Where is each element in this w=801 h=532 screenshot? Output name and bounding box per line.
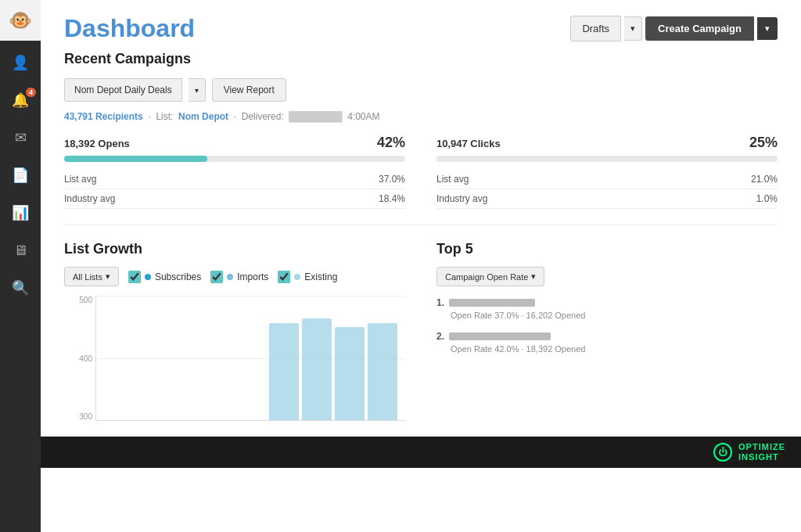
opens-progress-fill bbox=[64, 156, 207, 162]
y-label-400: 400 bbox=[67, 354, 92, 363]
top5-name-bar-1 bbox=[449, 299, 535, 307]
campaign-name-button[interactable]: Nom Depot Daily Deals bbox=[64, 78, 182, 102]
chart-y-labels: 500 400 300 bbox=[67, 296, 92, 421]
recent-campaigns-title: Recent Campaigns bbox=[64, 51, 778, 67]
stats-grid: 18,392 Opens 42% List avg 37.0% Industry… bbox=[64, 135, 778, 209]
opens-percent: 42% bbox=[377, 135, 405, 151]
top5-meta-2: Open Rate 42.0% · 18,392 Opened bbox=[451, 344, 778, 354]
search-icon: 🔍 bbox=[12, 279, 29, 297]
top5-meta-1: Open Rate 37.0% · 16,202 Opened bbox=[451, 311, 778, 320]
footer-brand: ⏻ OPTIMIZEINSIGHT bbox=[41, 437, 801, 468]
clicks-industry-avg-label: Industry avg bbox=[436, 193, 487, 204]
list-label: List: bbox=[156, 111, 173, 122]
opens-progress-bg bbox=[64, 156, 405, 162]
drafts-dropdown-arrow[interactable]: ▾ bbox=[624, 16, 642, 41]
sidebar-logo[interactable]: 🐵 bbox=[0, 0, 41, 41]
opens-stat-block: 18,392 Opens 42% List avg 37.0% Industry… bbox=[64, 135, 405, 209]
view-report-button[interactable]: View Report bbox=[212, 78, 286, 102]
opens-industry-avg-value: 18.4% bbox=[379, 193, 405, 204]
top5-num-2: 2. bbox=[436, 331, 444, 342]
header: Dashboard Drafts ▾ Create Campaign ▾ bbox=[41, 0, 801, 51]
legend-imports[interactable]: Imports bbox=[210, 271, 268, 283]
clicks-list-avg-value: 21.0% bbox=[751, 174, 778, 185]
opens-label: 18,392 Opens bbox=[64, 138, 130, 149]
top5-item-1: 1. Open Rate 37.0% · 16,202 Opened bbox=[436, 297, 778, 320]
content-area: Recent Campaigns Nom Depot Daily Deals ▾… bbox=[41, 51, 801, 437]
sidebar-item-inbox[interactable]: ✉ bbox=[0, 119, 41, 156]
bar-4 bbox=[368, 323, 397, 420]
bar-1 bbox=[269, 323, 299, 420]
bottom-grid: List Growth All Lists ▾ Subscribes I bbox=[64, 241, 778, 421]
opens-stat-header: 18,392 Opens 42% bbox=[64, 135, 405, 151]
monitor-icon: 🖥 bbox=[13, 243, 27, 259]
list-name-link[interactable]: Nom Depot bbox=[178, 111, 228, 122]
clicks-stat-header: 10,947 Clicks 25% bbox=[436, 135, 778, 151]
recipients-link[interactable]: 43,791 Recipients bbox=[64, 111, 143, 122]
campaign-meta: 43,791 Recipients · List: Nom Depot · De… bbox=[64, 111, 778, 122]
drafts-button[interactable]: Drafts bbox=[570, 16, 621, 41]
existing-checkbox[interactable] bbox=[278, 271, 290, 283]
mailchimp-logo-icon: 🐵 bbox=[9, 9, 32, 31]
opens-industry-avg-row: Industry avg 18.4% bbox=[64, 189, 405, 209]
opens-list-avg-label: List avg bbox=[64, 174, 96, 185]
existing-dot bbox=[294, 274, 300, 280]
clicks-list-avg-label: List avg bbox=[436, 174, 469, 185]
list-growth-title: List Growth bbox=[64, 241, 405, 257]
y-label-300: 300 bbox=[67, 412, 92, 421]
create-campaign-button[interactable]: Create Campaign bbox=[645, 16, 754, 41]
legend-subscribes[interactable]: Subscribes bbox=[128, 271, 201, 283]
campaign-controls: Nom Depot Daily Deals ▾ View Report bbox=[64, 78, 778, 102]
bar-3 bbox=[335, 327, 365, 420]
sidebar-item-profile[interactable]: 👤 bbox=[0, 44, 41, 81]
clicks-industry-avg-value: 1.0% bbox=[756, 193, 778, 204]
sidebar-item-notifications[interactable]: 🔔 4 bbox=[0, 81, 41, 119]
clicks-progress-fill bbox=[436, 156, 522, 162]
envelope-icon: ✉ bbox=[15, 129, 27, 146]
create-campaign-dropdown-arrow[interactable]: ▾ bbox=[757, 17, 778, 40]
existing-label: Existing bbox=[304, 271, 337, 282]
notification-badge: 4 bbox=[26, 88, 36, 97]
top5-item-1-header: 1. bbox=[436, 297, 778, 308]
subscribes-label: Subscribes bbox=[155, 271, 201, 282]
open-rate-label: Campaign Open Rate bbox=[445, 272, 528, 282]
sidebar-item-campaigns[interactable]: 🖥 bbox=[0, 232, 41, 269]
top5-name-bar-2 bbox=[449, 332, 551, 340]
delivered-label: Delivered: bbox=[242, 111, 284, 122]
subscribes-dot bbox=[145, 274, 151, 280]
grid-line-top bbox=[96, 296, 405, 297]
all-lists-arrow-icon: ▾ bbox=[106, 271, 110, 282]
y-label-500: 500 bbox=[67, 296, 92, 304]
opens-list-avg-value: 37.0% bbox=[379, 174, 405, 185]
top5-num-1: 1. bbox=[436, 297, 444, 308]
clicks-industry-avg-row: Industry avg 1.0% bbox=[436, 189, 778, 209]
delivered-time: 4:00AM bbox=[347, 111, 379, 122]
imports-checkbox[interactable] bbox=[210, 271, 223, 283]
campaign-name-dropdown[interactable]: ▾ bbox=[189, 78, 206, 102]
sidebar-item-stats[interactable]: 📊 bbox=[0, 194, 41, 232]
bar-2 bbox=[302, 318, 332, 420]
recent-campaigns-section: Recent Campaigns Nom Depot Daily Deals ▾… bbox=[64, 51, 778, 209]
subscribes-checkbox[interactable] bbox=[128, 271, 141, 283]
all-lists-button[interactable]: All Lists ▾ bbox=[64, 267, 119, 286]
open-rate-arrow-icon: ▾ bbox=[531, 271, 536, 282]
opens-industry-avg-label: Industry avg bbox=[64, 193, 115, 204]
clicks-percent: 25% bbox=[749, 135, 778, 151]
sidebar-item-search[interactable]: 🔍 bbox=[0, 269, 41, 307]
main-content: Dashboard Drafts ▾ Create Campaign ▾ Rec… bbox=[41, 0, 801, 532]
top5-title: Top 5 bbox=[436, 241, 778, 257]
sidebar-item-reports[interactable]: 📄 bbox=[0, 156, 41, 194]
document-icon: 📄 bbox=[12, 167, 29, 184]
imports-dot bbox=[227, 274, 233, 280]
clicks-label: 10,947 Clicks bbox=[436, 138, 501, 149]
chart-controls: All Lists ▾ Subscribes Imports bbox=[64, 267, 405, 286]
section-divider bbox=[64, 225, 778, 225]
open-rate-filter-button[interactable]: Campaign Open Rate ▾ bbox=[436, 267, 544, 286]
optimize-insight-icon: ⏻ bbox=[713, 443, 732, 462]
top5-item-2: 2. Open Rate 42.0% · 18,392 Opened bbox=[436, 331, 778, 354]
chart-area bbox=[95, 296, 405, 421]
imports-label: Imports bbox=[237, 271, 268, 282]
optimize-insight-label: OPTIMIZEINSIGHT bbox=[738, 442, 785, 462]
top5-item-2-header: 2. bbox=[436, 331, 778, 342]
clicks-progress-bg bbox=[436, 156, 778, 162]
legend-existing[interactable]: Existing bbox=[278, 271, 337, 283]
